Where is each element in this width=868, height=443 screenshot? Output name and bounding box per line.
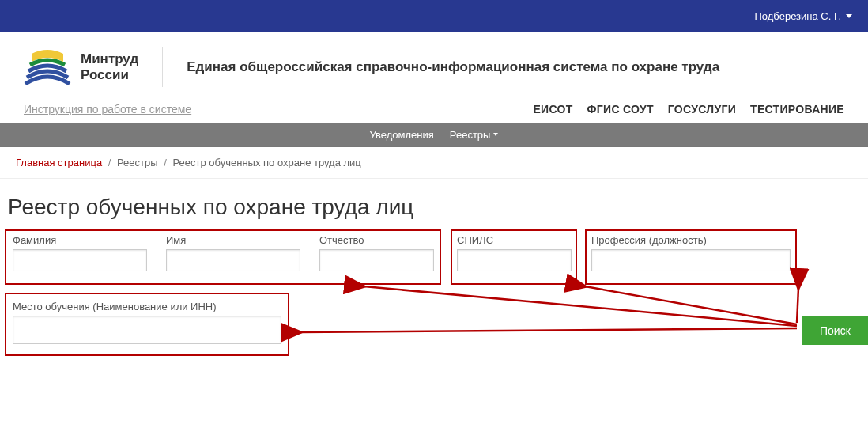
- firstname-input[interactable]: [166, 249, 300, 271]
- profession-label: Профессия (должность): [591, 234, 791, 246]
- nav-eisot[interactable]: ЕИСОТ: [533, 103, 572, 115]
- menu-bar: Уведомления Реестры: [0, 123, 868, 147]
- place-input[interactable]: [13, 316, 281, 344]
- profession-input[interactable]: [591, 249, 791, 271]
- field-lastname: Фамилия: [13, 234, 147, 271]
- breadcrumb-home[interactable]: Главная страница: [16, 157, 102, 168]
- nav-gosuslugi[interactable]: ГОСУСЛУГИ: [668, 103, 736, 115]
- field-patronymic: Отчество: [319, 234, 434, 271]
- breadcrumb-sep: /: [164, 157, 167, 168]
- svg-line-4: [797, 288, 798, 323]
- svg-line-3: [585, 286, 797, 324]
- page-title: Реестр обученных по охране труда лиц: [8, 195, 860, 220]
- user-dropdown[interactable]: Подберезина С. Г.: [755, 10, 853, 22]
- nav-links: ЕИСОТ ФГИС СОУТ ГОСУСЛУГИ ТЕСТИРОВАНИЕ: [533, 103, 844, 115]
- user-name: Подберезина С. Г.: [755, 10, 842, 22]
- system-title: Единая общероссийская справочно-информац…: [187, 59, 844, 75]
- menu-notifications-label: Уведомления: [370, 129, 434, 141]
- field-snils: СНИЛС: [457, 234, 572, 271]
- subheader: Инструкция по работе в системе ЕИСОТ ФГИ…: [0, 103, 868, 123]
- logo-text: Минтруд России: [81, 51, 138, 83]
- field-profession: Профессия (должность): [591, 234, 791, 271]
- topbar: Подберезина С. Г.: [0, 0, 868, 32]
- patronymic-input[interactable]: [319, 249, 434, 271]
- logo-block: Минтруд России: [24, 47, 163, 87]
- field-place: Место обучения (Наименование или ИНН): [13, 301, 281, 344]
- firstname-label: Имя: [166, 234, 300, 246]
- svg-line-1: [300, 328, 797, 332]
- logo-line2: России: [81, 67, 138, 83]
- lastname-label: Фамилия: [13, 234, 147, 246]
- breadcrumb-sep: /: [108, 157, 111, 168]
- field-firstname: Имя: [166, 234, 300, 271]
- nav-testing[interactable]: ТЕСТИРОВАНИЕ: [750, 103, 844, 115]
- logo-icon: [24, 47, 71, 87]
- caret-down-icon: [493, 133, 498, 136]
- snils-label: СНИЛС: [457, 234, 572, 246]
- breadcrumb-current: Реестр обученных по охране труда лиц: [172, 157, 360, 168]
- menu-registries-label: Реестры: [450, 129, 491, 141]
- nav-fgis[interactable]: ФГИС СОУТ: [587, 103, 654, 115]
- breadcrumb-mid: Реестры: [117, 157, 158, 168]
- snils-input[interactable]: [457, 249, 572, 271]
- place-label: Место обучения (Наименование или ИНН): [13, 301, 281, 312]
- menu-notifications[interactable]: Уведомления: [370, 129, 434, 141]
- filters: Фамилия Имя Отчество СНИЛС Профессия (до…: [8, 229, 860, 364]
- search-button[interactable]: Поиск: [802, 316, 868, 345]
- instruction-link[interactable]: Инструкция по работе в системе: [24, 103, 191, 115]
- menu-registries[interactable]: Реестры: [450, 129, 499, 141]
- svg-line-2: [364, 286, 797, 326]
- patronymic-label: Отчество: [319, 234, 434, 246]
- logo-line1: Минтруд: [81, 51, 138, 67]
- content: Реестр обученных по охране труда лиц Фам…: [0, 179, 868, 443]
- lastname-input[interactable]: [13, 249, 147, 271]
- caret-down-icon: [846, 14, 852, 18]
- breadcrumb: Главная страница / Реестры / Реестр обуч…: [0, 147, 868, 179]
- header: Минтруд России Единая общероссийская спр…: [0, 32, 868, 103]
